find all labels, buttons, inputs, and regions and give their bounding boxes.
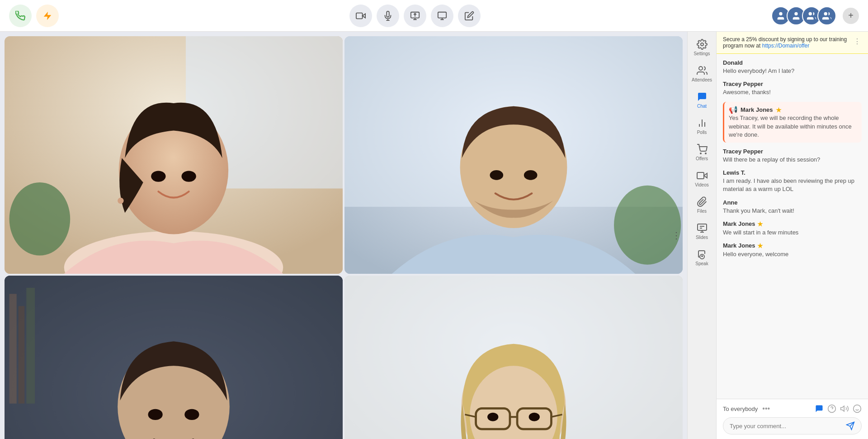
svg-rect-51 <box>697 172 704 179</box>
promo-banner: Secure a 25% discount by signing up to o… <box>717 32 868 54</box>
chat-input-actions <box>815 404 862 413</box>
add-attendee-button[interactable]: + <box>843 8 859 24</box>
chat-message-tracey-2: Tracey Pepper Will there be a replay of … <box>723 148 862 164</box>
chat-message-mark-3: Mark Jones ★ Hello everyone, welcome <box>723 242 862 258</box>
text-tracey-2: Will there be a replay of this session? <box>723 156 862 164</box>
svg-point-4 <box>779 12 782 15</box>
highlighted-content: 📢 Mark Jones ★ Yes Tracey, we will be re… <box>723 102 862 143</box>
svg-point-6 <box>809 12 812 15</box>
nav-attendees-label: Attendees <box>692 77 712 82</box>
chat-message-tracey-1: Tracey Pepper Awesome, thanks! <box>723 81 862 96</box>
svg-point-10 <box>9 182 71 256</box>
text-tracey-1: Awesome, thanks! <box>723 88 862 96</box>
camera-button[interactable] <box>349 5 372 27</box>
svg-point-15 <box>118 198 123 204</box>
volume-icon <box>840 404 849 413</box>
svg-marker-50 <box>704 173 707 178</box>
text-anne: Thank you Mark, can't wait! <box>723 207 862 215</box>
sender-mark-2: Mark Jones ★ <box>723 220 862 228</box>
attendee-avatars <box>771 6 836 25</box>
nav-files[interactable]: Files <box>689 193 715 217</box>
comment-input-row <box>723 417 862 434</box>
nav-polls-label: Polls <box>697 130 707 135</box>
video-cell-4 <box>344 276 683 439</box>
svg-rect-1 <box>356 13 363 19</box>
svg-marker-0 <box>363 14 365 18</box>
chat-bubble-icon <box>815 404 824 413</box>
nav-polls[interactable]: Polls <box>689 114 715 138</box>
svg-point-41 <box>529 413 540 421</box>
sender-anne: Anne <box>723 199 862 206</box>
promo-options-button[interactable]: ⋮ <box>853 36 862 47</box>
nav-slides[interactable]: Slides <box>689 219 715 243</box>
svg-point-29 <box>184 409 199 420</box>
chat-emoji-button[interactable] <box>853 404 862 413</box>
svg-point-7 <box>824 12 827 15</box>
sender-tracey-1: Tracey Pepper <box>723 81 862 87</box>
phone-button[interactable] <box>9 5 32 27</box>
nav-settings[interactable]: Settings <box>689 35 715 60</box>
screen-share-button[interactable] <box>404 5 426 27</box>
chat-panel: Secure a 25% discount by signing up to o… <box>717 32 868 439</box>
nav-speak[interactable]: Speak <box>689 245 715 270</box>
chat-input-area: To everybody ••• <box>717 399 868 439</box>
icon-nav: Settings Attendees Chat <box>688 32 717 439</box>
chat-input-header: To everybody ••• <box>723 404 862 414</box>
mic-button[interactable] <box>377 5 399 27</box>
top-bar: + <box>0 0 868 32</box>
recipient-options-button[interactable]: ••• <box>761 404 771 414</box>
nav-offers-label: Offers <box>696 156 708 161</box>
more-options-button[interactable]: ⋮ <box>672 230 681 241</box>
chat-volume-button[interactable] <box>840 404 849 413</box>
svg-point-28 <box>148 409 162 420</box>
text-mark-2: We will start in a few minutes <box>723 229 862 237</box>
video-grid <box>0 32 687 439</box>
svg-rect-52 <box>698 224 707 230</box>
video-feed-4 <box>344 276 683 439</box>
svg-point-21 <box>524 170 538 180</box>
sender-lewis: Lewis T. <box>723 169 862 176</box>
video-area: ⋮ W WEBINARJAM 0 Off Air <box>0 32 687 439</box>
star-mark-3: ★ <box>757 242 763 249</box>
recipient-label: To everybody <box>723 406 758 412</box>
nav-attendees[interactable]: Attendees <box>689 62 715 86</box>
nav-speak-label: Speak <box>695 261 708 266</box>
text-mark-highlighted: Yes Tracey, we will be recording the who… <box>729 114 857 139</box>
sender-tracey-2: Tracey Pepper <box>723 148 862 155</box>
nav-chat[interactable]: Chat <box>689 88 715 112</box>
nav-settings-label: Settings <box>693 51 710 56</box>
video-cell-1 <box>5 36 343 274</box>
comment-input[interactable] <box>730 423 842 429</box>
promo-link[interactable]: https://Domain/offer <box>762 43 810 49</box>
slides-icon <box>697 223 708 234</box>
chat-question-button[interactable] <box>827 404 836 413</box>
speak-icon <box>697 249 708 260</box>
text-mark-3: Hello everyone, welcome <box>723 250 862 258</box>
video-feed-3 <box>5 276 343 439</box>
emoji-icon <box>853 404 862 413</box>
video-cell-2 <box>344 36 683 274</box>
chat-icon <box>697 91 708 102</box>
video-feed-1 <box>5 36 343 274</box>
chat-messages: Donald Hello everybody! Am I late? Trace… <box>717 54 868 399</box>
svg-point-55 <box>854 405 861 413</box>
chat-message-mark-2: Mark Jones ★ We will start in a few minu… <box>723 220 862 237</box>
megaphone-icon: 📢 <box>729 105 738 114</box>
video-feed-2 <box>344 36 683 274</box>
settings-icon <box>697 39 708 50</box>
top-bar-controls <box>349 5 481 27</box>
nav-videos[interactable]: Videos <box>689 167 715 191</box>
bolt-button[interactable] <box>36 5 59 27</box>
edit-button[interactable] <box>458 5 481 27</box>
nav-slides-label: Slides <box>696 235 708 240</box>
send-button[interactable] <box>846 421 855 430</box>
display-button[interactable] <box>431 5 453 27</box>
nav-offers[interactable]: Offers <box>689 140 715 165</box>
offers-icon <box>697 144 708 155</box>
videos-icon <box>697 170 708 181</box>
video-cell-3 <box>5 276 343 439</box>
send-icon <box>846 421 855 430</box>
svg-point-5 <box>794 12 797 15</box>
svg-rect-3 <box>438 12 446 18</box>
chat-send-type-button[interactable] <box>815 404 824 413</box>
